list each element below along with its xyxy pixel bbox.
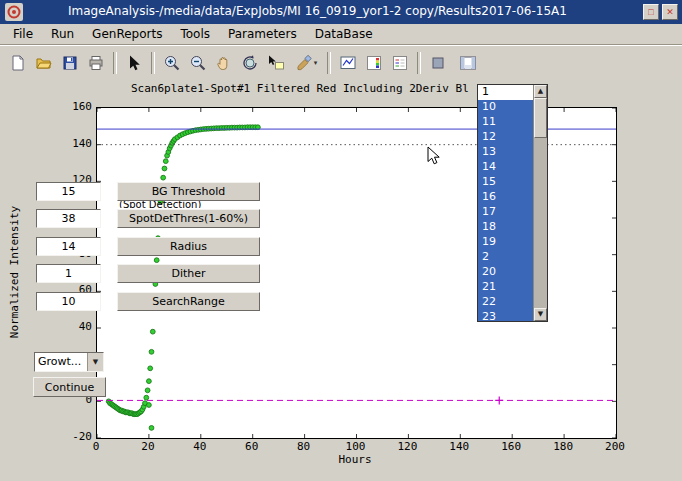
toolbar-separator [113,52,117,74]
spot-list-item-22[interactable]: 22 [478,295,533,310]
control-row: BG Threshold [0,182,682,201]
growth-mode-dropdown[interactable]: Growt... ▼ [34,352,104,372]
spot-list-item-15[interactable]: 15 [478,175,533,190]
spot-list-item-18[interactable]: 18 [478,220,533,235]
control-row: Radius [0,237,682,256]
maximize-button[interactable]: □ [643,4,659,20]
pan-tool-button[interactable] [211,50,237,76]
hide-plot-tools-button[interactable] [425,50,451,76]
data-cursor-button[interactable] [263,50,289,76]
insert-colorbar-button[interactable] [361,50,387,76]
spot-list-scrollbar[interactable]: ▲ ▼ [533,85,547,321]
spot-list-item-14[interactable]: 14 [478,160,533,175]
dither-field[interactable] [36,264,101,283]
spot-list-item-19[interactable]: 19 [478,235,533,250]
spot-list-item-17[interactable]: 17 [478,205,533,220]
scroll-down-button[interactable]: ▼ [534,308,547,321]
rotate-3d-button[interactable] [237,50,263,76]
new-figure-button[interactable] [5,50,31,76]
growth-mode-value: Growt... [35,353,87,371]
searchrange-button[interactable]: SearchRange [117,292,260,311]
close-button[interactable]: ✕ [662,4,678,20]
title-bar: ImageAnalysis-/media/data/ExpJobs/MI 16_… [0,0,682,24]
toolbar-separator [151,52,155,74]
spot-list-item-11[interactable]: 11 [478,115,533,130]
save-button[interactable] [57,50,83,76]
link-plot-button[interactable] [335,50,361,76]
data-cursor-icon [267,54,285,72]
zoom-in-icon [163,54,181,72]
scroll-thumb[interactable] [534,98,547,138]
brush-icon [295,54,313,72]
pointer-icon [125,54,143,72]
show-plot-tools-icon [458,54,478,72]
spot-list-item-13[interactable]: 13 [478,145,533,160]
toolbar: ▾ [0,45,682,80]
insert-legend-icon [391,54,409,72]
control-row: Dither [0,264,682,283]
spot-list-item-12[interactable]: 12 [478,130,533,145]
bg-threshold-field[interactable] [36,182,101,201]
insert-legend-button[interactable] [387,50,413,76]
rotate-3d-icon [241,54,259,72]
link-plot-icon [339,54,357,72]
spot-list-item-21[interactable]: 21 [478,280,533,295]
pan-hand-icon [215,54,233,72]
menu-parameters[interactable]: Parameters [219,25,306,43]
spot-list-item-1[interactable]: 1 [478,85,533,100]
open-file-button[interactable] [31,50,57,76]
spot-list-item-16[interactable]: 16 [478,190,533,205]
toolbar-separator [417,52,421,74]
save-icon [61,54,79,72]
menu-file[interactable]: File [4,25,42,43]
radius-button[interactable]: Radius [117,237,260,256]
insert-colorbar-icon [365,54,383,72]
spot-list-item-10[interactable]: 10 [478,100,533,115]
zoom-out-icon [189,54,207,72]
app-icon[interactable] [5,3,23,21]
scroll-up-button[interactable]: ▲ [534,85,547,98]
control-row: SearchRange [0,292,682,311]
spotdetthres-field[interactable] [36,209,101,228]
print-button[interactable] [83,50,109,76]
zoom-in-button[interactable] [159,50,185,76]
spot-detection-caption: (Spot Detection) [119,201,239,208]
menu-run[interactable]: Run [42,25,83,43]
spot-list-item-23[interactable]: 23 [478,310,533,321]
toolbar-separator [327,52,331,74]
pointer-tool-button[interactable] [121,50,147,76]
app-window: ImageAnalysis-/media/data/ExpJobs/MI 16_… [0,0,682,481]
window-title: ImageAnalysis-/media/data/ExpJobs/MI 16_… [68,4,567,18]
control-row: SpotDetThres(1-60%) [0,209,682,228]
hide-plot-tools-icon [429,54,447,72]
dropdown-arrow-icon[interactable]: ▼ [87,353,103,371]
brush-data-button[interactable]: ▾ [289,50,323,76]
continue-button[interactable]: Continue [33,377,106,397]
dither-button[interactable]: Dither [117,264,260,283]
brush-dropdown-caret-icon[interactable]: ▾ [314,59,318,67]
menu-genreports[interactable]: GenReports [83,25,171,43]
open-folder-icon [35,54,53,72]
menu-bar: File Run GenReports Tools Parameters Dat… [0,24,682,45]
menu-database[interactable]: DataBase [306,25,382,43]
searchrange-field[interactable] [36,292,101,311]
menu-tools[interactable]: Tools [171,25,219,43]
bg-threshold-button[interactable]: BG Threshold [117,182,260,201]
zoom-out-button[interactable] [185,50,211,76]
mouse-cursor [427,146,441,166]
new-figure-icon [9,54,27,72]
spot-list-item-2[interactable]: 2 [478,250,533,265]
spot-list-items: 110111213141516171819220212223 [478,85,533,321]
show-plot-tools-button[interactable] [451,50,485,76]
spot-number-list: 110111213141516171819220212223 ▲ ▼ [477,84,548,322]
spotdetthres-button[interactable]: SpotDetThres(1-60%) [117,209,260,228]
radius-field[interactable] [36,237,101,256]
spot-list-item-20[interactable]: 20 [478,265,533,280]
print-icon [87,54,105,72]
